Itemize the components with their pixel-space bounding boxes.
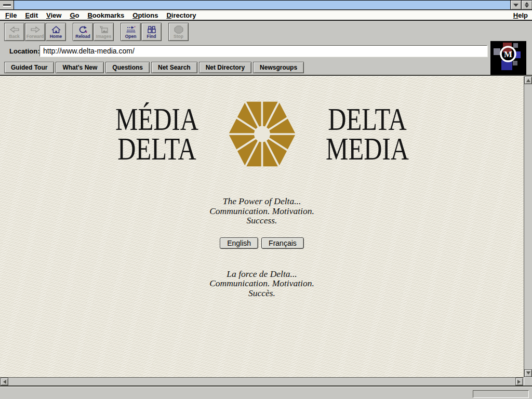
location-input[interactable] bbox=[39, 45, 487, 57]
system-menu-button[interactable] bbox=[0, 1, 14, 9]
menu-bookmarks[interactable]: Bookmarks bbox=[83, 11, 128, 19]
location-bar: Location: bbox=[0, 42, 532, 60]
images-icon bbox=[98, 25, 110, 34]
back-button[interactable]: Back bbox=[4, 23, 24, 41]
logo-text-english: DELTA MEDIA bbox=[325, 104, 408, 164]
logo-text-french: MÉDIA DELTA bbox=[115, 104, 198, 164]
menu-view[interactable]: View bbox=[42, 11, 65, 19]
toolbar: Back Forward Home Reload Images Open bbox=[0, 22, 532, 42]
menu-options[interactable]: Options bbox=[128, 11, 162, 19]
net-search-button[interactable]: Net Search bbox=[151, 62, 197, 73]
delta-media-logo: MÉDIA DELTA bbox=[0, 101, 524, 167]
find-button[interactable]: Find bbox=[141, 23, 162, 41]
arrow-right-icon bbox=[517, 380, 523, 384]
scroll-right-button[interactable] bbox=[515, 378, 523, 385]
newsgroups-button[interactable]: Newsgroups bbox=[253, 62, 304, 73]
open-button[interactable]: Open bbox=[121, 23, 141, 41]
page-content: MÉDIA DELTA bbox=[0, 76, 524, 377]
menu-edit[interactable]: Edit bbox=[21, 11, 42, 19]
delta-hexagon-icon bbox=[228, 101, 297, 167]
net-directory-button[interactable]: Net Directory bbox=[199, 62, 251, 73]
horizontal-scrollbar[interactable] bbox=[0, 377, 524, 385]
open-icon bbox=[125, 25, 137, 34]
questions-button[interactable]: Questions bbox=[105, 62, 150, 73]
english-button[interactable]: English bbox=[220, 237, 258, 249]
progress-indicator bbox=[473, 390, 529, 398]
scroll-left-button[interactable] bbox=[1, 378, 8, 385]
menu-directory[interactable]: Directory bbox=[162, 11, 200, 19]
whats-new-button[interactable]: What's New bbox=[56, 62, 104, 73]
reload-icon bbox=[77, 25, 89, 34]
home-button[interactable]: Home bbox=[46, 23, 66, 41]
status-bar bbox=[0, 385, 532, 399]
francais-button[interactable]: Français bbox=[261, 237, 304, 249]
images-button[interactable]: Images bbox=[94, 23, 114, 41]
title-bar bbox=[0, 0, 532, 10]
home-icon bbox=[50, 25, 62, 34]
scrollbar-corner bbox=[524, 377, 532, 385]
slogan-french: La force de Delta... Communication. Moti… bbox=[0, 269, 524, 298]
minimize-icon bbox=[513, 4, 518, 9]
forward-icon bbox=[30, 25, 41, 34]
forward-button[interactable]: Forward bbox=[25, 23, 45, 41]
scroll-up-button[interactable] bbox=[524, 76, 532, 84]
restore-button[interactable] bbox=[521, 1, 532, 9]
back-icon bbox=[9, 25, 20, 34]
window-title bbox=[14, 1, 510, 9]
find-icon bbox=[146, 25, 157, 34]
vertical-scrollbar[interactable] bbox=[524, 76, 532, 377]
directory-bar: Guided Tour What's New Questions Net Sea… bbox=[0, 60, 532, 75]
reload-button[interactable]: Reload bbox=[73, 23, 93, 41]
minimize-button[interactable] bbox=[510, 1, 521, 9]
menu-go[interactable]: Go bbox=[65, 11, 83, 19]
menu-file[interactable]: File bbox=[0, 11, 21, 19]
svg-text:M: M bbox=[504, 49, 512, 59]
restore-up-icon bbox=[525, 0, 529, 5]
arrow-down-icon bbox=[526, 371, 530, 377]
stop-icon bbox=[173, 25, 184, 34]
stop-button[interactable]: Stop bbox=[168, 23, 189, 41]
restore-down-icon bbox=[525, 5, 529, 10]
menu-help[interactable]: Help bbox=[509, 11, 532, 19]
mosaic-logo-badge[interactable]: M bbox=[490, 41, 526, 75]
slogan-english: The Power of Delta... Communication. Mot… bbox=[0, 196, 524, 225]
guided-tour-button[interactable]: Guided Tour bbox=[4, 62, 54, 73]
location-label: Location: bbox=[9, 47, 40, 55]
mosaic-logo-icon: M bbox=[490, 41, 526, 75]
arrow-up-icon bbox=[526, 77, 530, 82]
scroll-down-button[interactable] bbox=[524, 369, 532, 377]
arrow-left-icon bbox=[1, 380, 6, 384]
language-buttons: English Français bbox=[0, 237, 524, 249]
system-menu-icon bbox=[3, 4, 11, 6]
menu-bar: File Edit View Go Bookmarks Options Dire… bbox=[0, 11, 532, 21]
